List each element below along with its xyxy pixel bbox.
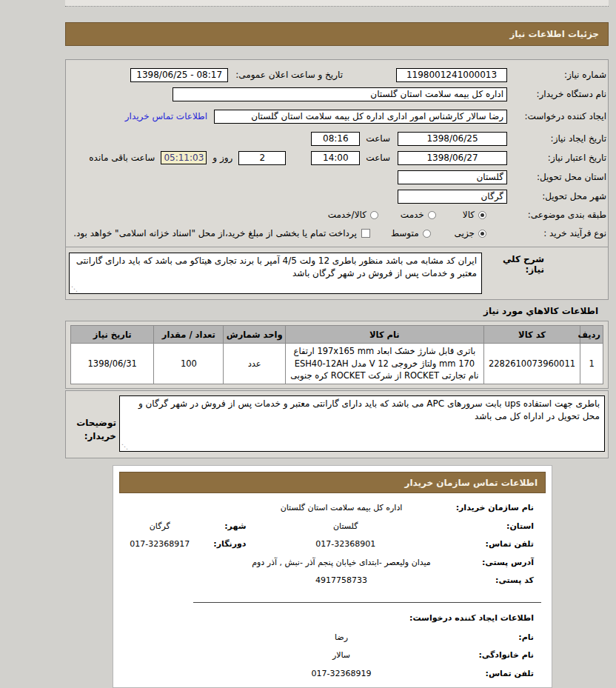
- radio-service-icon[interactable]: [428, 211, 436, 219]
- city-label: شهر محل تحویل:: [516, 191, 606, 202]
- radio-medium-icon[interactable]: [423, 230, 431, 238]
- buyer-notes-label: توضیحات خریدار:: [70, 395, 119, 452]
- form-row-validity-date: تاریخ اعتبار نیاز: ساعت روز و 05:11:03 س…: [69, 148, 606, 167]
- form-row-process-type: نوع فرآیند خرید : جزیی متوسط پرداخت تمام…: [69, 224, 606, 243]
- validity-hour-label: ساعت: [366, 153, 390, 163]
- general-description-section: شرح کلي نیاز: ایران کد مشابه می باشد منظ…: [65, 247, 609, 300]
- form-row-create-date: تاریخ ایجاد نیاز: ساعت: [69, 129, 606, 148]
- goods-table-row: 1 2282610073960011 باتری قابل شارژ خشک ا…: [71, 344, 603, 384]
- form-row-creator: ایجاد کننده درخواست: اطلاعات تماس خریدار: [69, 104, 606, 129]
- treasury-checkbox[interactable]: [361, 229, 370, 238]
- creator-row-phone: تلفن تماس: 017-32368919: [113, 665, 552, 684]
- form-row-buyer-org: نام دستگاه خریدار:: [69, 84, 606, 104]
- radio-option-service[interactable]: خدمت: [401, 210, 436, 220]
- buyer-contact-card: اطلاعات تماس سازمان خریدار نام سازمان خر…: [113, 465, 552, 688]
- contact-fax-label: دورنگار:: [198, 538, 246, 551]
- process-type-label: نوع فرآیند خرید :: [516, 228, 606, 239]
- create-hour-label: ساعت: [366, 133, 390, 144]
- col-row-number: ردیف: [580, 326, 603, 344]
- contact-city-value: گرگان: [121, 521, 198, 533]
- need-number-label: شماره نیاز:: [516, 70, 606, 81]
- cell-need-date: 1398/06/31: [71, 344, 154, 384]
- general-description-label: شرح کلي نیاز:: [482, 253, 544, 294]
- buyer-org-input[interactable]: [173, 87, 507, 101]
- create-time-input[interactable]: [311, 132, 360, 146]
- org-name-value: اداره کل بیمه سلامت استان گلستان: [238, 502, 445, 515]
- form-row-province: استان محل تحویل:: [69, 167, 606, 187]
- radio-goods-service-label: کالا/خدمت: [328, 210, 366, 220]
- countdown-timer: 05:11:03: [161, 151, 207, 164]
- contact-card-header: اطلاعات تماس سازمان خریدار: [119, 472, 546, 493]
- col-quantity: تعداد / مقدار: [154, 326, 224, 344]
- creator-phone-label: تلفن تماس:: [445, 668, 534, 681]
- announce-datetime-box: 1398/06/25 - 08:17: [130, 68, 228, 82]
- radio-service-label: خدمت: [401, 210, 424, 220]
- creator-label: ایجاد کننده درخواست:: [516, 111, 606, 122]
- goods-table: ردیف کد کالا نام کالا واحد شمارش تعداد /…: [70, 325, 603, 384]
- creator-row-fname: نام: رضا: [113, 629, 552, 647]
- radio-minor-icon[interactable]: [478, 230, 486, 238]
- cell-count-unit: عدد: [224, 344, 286, 384]
- validity-date-input[interactable]: [398, 151, 507, 165]
- form-row-need-number: شماره نیاز: تاریخ و ساعت اعلان عمومی: 13…: [69, 65, 606, 84]
- creator-lname-label: نام خانوادگی:: [445, 649, 534, 662]
- radio-medium-label: متوسط: [391, 228, 419, 238]
- province-label: استان محل تحویل:: [516, 172, 606, 183]
- contact-province-label: استان:: [445, 521, 534, 533]
- contact-address-value: میدان ولیعصر -ابتدای خیابان پنجم آذر -نب…: [238, 557, 445, 570]
- resize-grip-icon: ⋰: [71, 284, 78, 294]
- radio-goods-service-icon[interactable]: [370, 211, 378, 219]
- creator-fname-label: نام:: [445, 632, 534, 644]
- collapsed-panel-divider: [65, 0, 609, 7]
- contact-row-province-city: استان: گلستان شهر: گرگان: [113, 518, 552, 536]
- contact-row-org: نام سازمان خریدار: اداره کل بیمه سلامت ا…: [113, 499, 552, 518]
- radio-option-goods-service[interactable]: کالا/خدمت: [328, 210, 378, 220]
- creator-fname-value: رضا: [238, 632, 445, 644]
- main-content: جزئیات اطلاعات نیاز شماره نیاز: تاریخ و …: [65, 0, 609, 482]
- radio-option-goods[interactable]: کالا: [463, 210, 486, 220]
- radio-minor-label: جزیی: [455, 228, 475, 238]
- province-input[interactable]: [398, 170, 507, 184]
- city-input[interactable]: [398, 190, 507, 204]
- org-name-label: نام سازمان خریدار:: [445, 502, 534, 515]
- cell-row-number: 1: [580, 344, 603, 384]
- col-goods-code: کد کالا: [483, 326, 580, 344]
- col-count-unit: واحد شمارش: [224, 326, 286, 344]
- general-description-text: ایران کد مشابه می باشد منظور باطری 12 ول…: [76, 256, 477, 278]
- contact-row-phone-fax: تلفن تماس: 017-32368901 دورنگار: 017-323…: [113, 535, 552, 554]
- contact-card-divider: [193, 602, 541, 603]
- contact-row-postal: کد پستی: 4917758733: [113, 572, 552, 590]
- contact-card-title: اطلاعات تماس سازمان خریدار: [405, 478, 538, 488]
- radio-option-minor[interactable]: جزیی: [455, 228, 486, 238]
- page-title-bar: جزئیات اطلاعات نیاز: [65, 22, 609, 46]
- contact-province-value: گلستان: [246, 521, 445, 533]
- days-remaining-input[interactable]: [238, 151, 286, 165]
- goods-table-header-row: ردیف کد کالا نام کالا واحد شمارش تعداد /…: [71, 326, 603, 344]
- creator-phone-value: 017-32368919: [238, 668, 445, 681]
- remaining-hours-label: ساعت باقی مانده: [89, 153, 155, 163]
- announce-label: تاریخ و ساعت اعلان عمومی:: [235, 70, 343, 80]
- col-need-date: تاریخ نیاز: [71, 326, 154, 344]
- treasury-checkbox-label: پرداخت تمام یا بخشی از مبلغ خرید،از محل …: [73, 228, 357, 238]
- create-date-label: تاریخ ایجاد نیاز:: [516, 133, 606, 144]
- goods-section-heading: اطلاعات کالاهاي مورد نیاز: [65, 306, 598, 316]
- create-date-input[interactable]: [398, 132, 507, 146]
- contact-address-label: آدرس پستی:: [445, 557, 534, 570]
- validity-time-input[interactable]: [311, 151, 360, 165]
- page-title: جزئیات اطلاعات نیاز: [509, 29, 599, 39]
- classification-label: طبقه بندی موضوعی:: [516, 210, 606, 221]
- general-description-textarea[interactable]: ایران کد مشابه می باشد منظور باطری 12 ول…: [69, 253, 482, 294]
- creator-input[interactable]: [214, 110, 507, 124]
- buyer-notes-text: باطری جهت استفاده ups بابت سرورهای APC م…: [138, 398, 600, 421]
- need-number-input[interactable]: [396, 68, 507, 82]
- radio-option-medium[interactable]: متوسط: [391, 228, 431, 238]
- buyer-org-label: نام دستگاه خریدار:: [516, 89, 606, 100]
- radio-goods-icon[interactable]: [478, 211, 486, 219]
- days-label: روز و: [212, 153, 232, 163]
- creator-lname-value: سالار: [238, 649, 445, 662]
- contact-phone-value: 017-32368901: [246, 538, 445, 551]
- creator-info-title: اطلاعات ایجاد کننده درخواست:: [113, 612, 552, 629]
- buyer-contact-link[interactable]: اطلاعات تماس خریدار: [125, 111, 207, 121]
- buyer-notes-textarea[interactable]: باطری جهت استفاده ups بابت سرورهای APC م…: [119, 395, 605, 452]
- contact-city-label: شهر:: [198, 521, 246, 533]
